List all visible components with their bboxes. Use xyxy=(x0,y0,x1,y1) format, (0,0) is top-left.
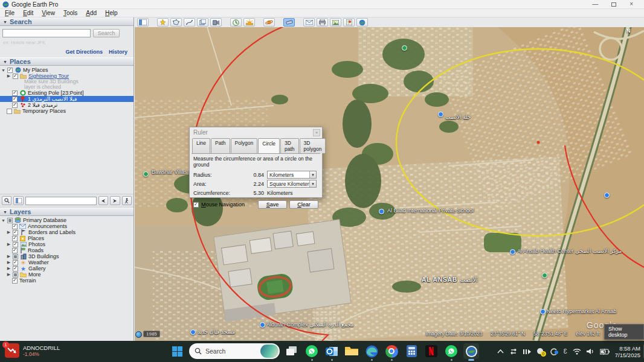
view-in-maps-icon[interactable] xyxy=(343,18,355,27)
historical-imagery-button-icon[interactable] xyxy=(135,331,142,338)
whatsapp-icon[interactable] xyxy=(443,343,459,359)
expander-closed-icon[interactable]: ▶ xyxy=(7,74,11,78)
tour-walk-icon[interactable] xyxy=(122,196,132,205)
history-link[interactable]: History xyxy=(109,49,127,55)
checkbox-partial[interactable] xyxy=(13,254,18,259)
historical-imagery-icon[interactable] xyxy=(230,18,242,27)
area-unit-dropdown[interactable]: Square Kilometers▼ xyxy=(267,180,317,188)
expander-closed-icon[interactable]: ▶ xyxy=(7,272,11,277)
layer-row-announcements[interactable]: Announcements xyxy=(0,223,134,229)
menu-file[interactable]: File xyxy=(5,10,14,16)
radius-value[interactable]: 0.84 xyxy=(237,172,267,178)
prev-arrow-icon[interactable] xyxy=(98,196,108,205)
menu-tools[interactable]: Tools xyxy=(63,10,77,16)
area-value[interactable]: 2.24 xyxy=(237,181,267,187)
google-earth-icon[interactable] xyxy=(463,343,479,359)
layer-row-photos[interactable]: ▶ Photos xyxy=(0,241,134,247)
save-button[interactable]: Save xyxy=(258,200,287,209)
taskbar-search-box[interactable]: Search xyxy=(189,343,280,359)
expander-closed-icon[interactable]: ▶ xyxy=(7,260,11,265)
search-panel-header[interactable]: ▼ Search xyxy=(0,17,134,26)
close-icon[interactable]: × xyxy=(313,129,320,136)
whatsapp-icon[interactable] xyxy=(304,343,320,359)
sunlight-icon[interactable] xyxy=(243,18,255,27)
stocks-widget[interactable]: 1 ADNOCDRILL -1.04% xyxy=(5,343,60,358)
layer-row-gallery[interactable]: ▶ ★ Gallery xyxy=(0,265,134,272)
blue-map-marker[interactable] xyxy=(604,192,610,198)
data-arrows-icon[interactable] xyxy=(509,349,518,355)
layer-row-primary-database[interactable]: ▼ Primary Database xyxy=(0,217,134,223)
expander-open-icon[interactable]: ▼ xyxy=(1,218,5,223)
get-directions-link[interactable]: Get Directions xyxy=(65,49,103,55)
print-icon[interactable] xyxy=(317,18,328,27)
expander-closed-icon[interactable]: ▶ xyxy=(7,254,11,259)
planets-icon[interactable] xyxy=(263,18,275,27)
tree-row-existing-pole[interactable]: Existing Pole [23:Point] xyxy=(0,90,134,96)
next-arrow-icon[interactable] xyxy=(110,196,120,205)
expander-closed-icon[interactable]: ▶ xyxy=(7,266,11,271)
blue-map-marker[interactable] xyxy=(190,329,196,335)
search-button[interactable]: Search xyxy=(93,29,120,37)
volume-icon[interactable] xyxy=(587,348,594,355)
restore-icon[interactable] xyxy=(611,2,616,7)
mouse-navigation-checkbox[interactable] xyxy=(193,202,199,208)
panel-view-icon[interactable] xyxy=(13,196,23,205)
earth-globe-icon[interactable] xyxy=(356,18,368,27)
tree-row-villa2[interactable]: ترميذي فيلا 2 xyxy=(0,102,134,108)
checkbox-unchecked[interactable] xyxy=(7,109,12,114)
green-map-marker[interactable] xyxy=(143,171,149,177)
places-panel-header[interactable]: ▼ Places xyxy=(0,57,134,66)
search-input[interactable] xyxy=(2,29,91,37)
checkbox-checked[interactable] xyxy=(12,103,18,108)
tree-row-temporary-places[interactable]: Temporary Places xyxy=(0,108,134,114)
tab-line[interactable]: Line xyxy=(192,138,210,153)
add-image-overlay-icon[interactable] xyxy=(197,18,208,27)
checkbox-checked[interactable] xyxy=(12,236,18,241)
layers-panel-header[interactable]: ▼ Layers xyxy=(0,208,134,216)
language-indicator[interactable]: Ɛ xyxy=(564,348,567,355)
places-filter-input[interactable] xyxy=(25,197,97,205)
tree-row-my-places[interactable]: ▼ My Places xyxy=(0,67,134,73)
blue-map-marker[interactable] xyxy=(510,249,515,255)
calculator-icon[interactable] xyxy=(404,343,419,359)
checkbox-partial[interactable] xyxy=(13,272,18,278)
search-places-icon[interactable] xyxy=(2,196,11,205)
wifi-icon[interactable] xyxy=(573,348,581,355)
checkbox-checked[interactable] xyxy=(13,74,18,79)
tab-path[interactable]: Path xyxy=(211,138,230,153)
media-display-icon[interactable] xyxy=(523,349,531,355)
close-icon[interactable]: × xyxy=(630,1,633,7)
checkbox-checked[interactable] xyxy=(13,242,18,247)
sidebar-toggle-icon[interactable] xyxy=(137,18,149,27)
imagery-year-badge[interactable]: 1985 xyxy=(143,331,160,337)
clear-button[interactable]: Clear xyxy=(289,200,318,209)
checkbox-checked[interactable] xyxy=(13,260,18,265)
blue-map-marker[interactable] xyxy=(260,322,265,328)
outlook-icon[interactable] xyxy=(324,343,340,359)
add-polygon-icon[interactable] xyxy=(170,18,182,27)
checkbox-checked[interactable] xyxy=(13,266,18,272)
expander-closed-icon[interactable]: ▶ xyxy=(7,242,11,247)
checkbox-partial[interactable] xyxy=(7,218,13,223)
chrome-icon[interactable] xyxy=(384,343,399,359)
tree-row-villa1-selected[interactable]: فيلا الانصب الترمذي 1 xyxy=(0,96,134,102)
sync-icon[interactable] xyxy=(550,348,558,355)
checkbox-checked[interactable] xyxy=(12,278,18,284)
expander-open-icon[interactable]: ▼ xyxy=(1,68,5,72)
layer-row-places[interactable]: Places xyxy=(0,235,134,241)
battery-icon[interactable] xyxy=(600,349,610,355)
green-map-marker[interactable] xyxy=(402,45,407,51)
menu-view[interactable]: View xyxy=(42,10,55,16)
edge-icon[interactable] xyxy=(364,343,379,359)
menu-edit[interactable]: Edit xyxy=(23,10,33,16)
layer-row-3d-buildings[interactable]: ▶ 3D Buildings xyxy=(0,253,134,259)
add-path-icon[interactable] xyxy=(184,18,195,27)
checkbox-checked[interactable] xyxy=(12,224,18,229)
layer-row-weather[interactable]: ▶ ☀ Weather xyxy=(0,259,134,265)
expander-closed-icon[interactable]: ▶ xyxy=(7,230,11,235)
blue-map-marker[interactable] xyxy=(540,309,546,314)
checkbox-checked[interactable] xyxy=(12,248,18,253)
radius-unit-dropdown[interactable]: Kilometers▼ xyxy=(267,171,317,179)
green-map-marker[interactable] xyxy=(542,273,547,278)
layer-row-terrain[interactable]: Terrain xyxy=(0,278,134,284)
